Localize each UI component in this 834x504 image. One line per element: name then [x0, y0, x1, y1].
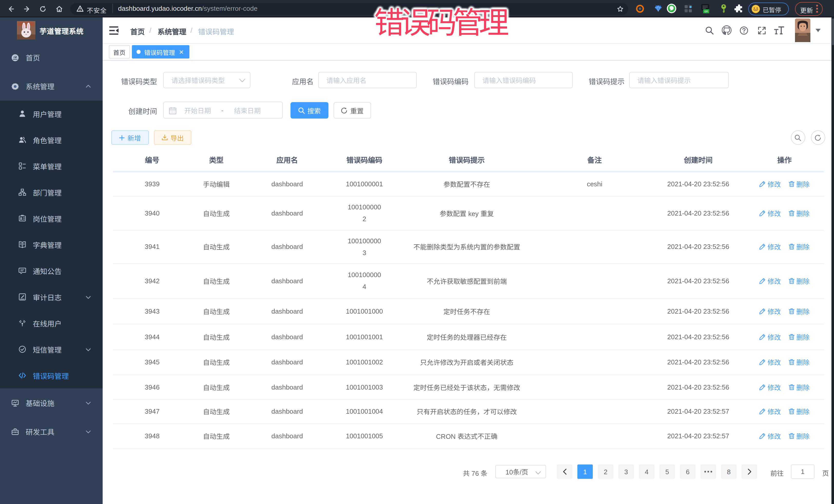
svg-text:on: on	[704, 9, 708, 13]
